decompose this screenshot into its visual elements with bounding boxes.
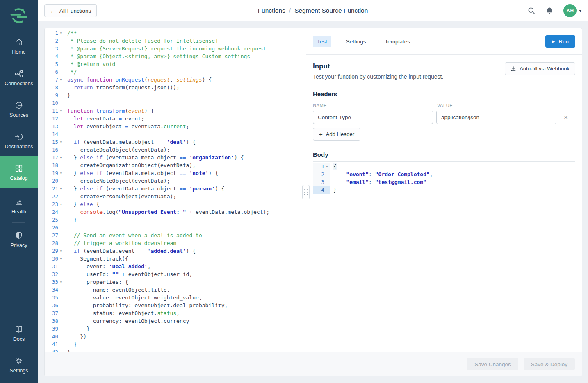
- gutter: 3: [45, 45, 64, 52]
- tab-templates[interactable]: Templates: [381, 36, 415, 47]
- code-line[interactable]: 4 * @param {Object.<string, any>} settin…: [45, 52, 306, 60]
- code-line[interactable]: 39 }: [45, 325, 306, 333]
- avatar[interactable]: KH: [563, 4, 577, 17]
- code-text: }: [64, 348, 71, 352]
- code-line[interactable]: 21▾ } else if (eventData.meta.object == …: [45, 185, 306, 193]
- gutter: 16: [45, 146, 64, 154]
- fold-arrow-icon[interactable]: ▾: [58, 107, 64, 115]
- search-button[interactable]: [527, 7, 536, 15]
- code-line[interactable]: 13 let eventObject = eventData.current;: [45, 122, 306, 130]
- divider-drag-handle-icon[interactable]: [302, 185, 310, 199]
- code-line[interactable]: 10: [45, 99, 306, 107]
- code-line[interactable]: 37 status: eventObject.status,: [45, 309, 306, 317]
- code-line[interactable]: 8 return transform(request.json());: [45, 84, 306, 91]
- sidebar-item-destinations[interactable]: Destinations: [0, 125, 38, 156]
- run-button[interactable]: ▶ Run: [545, 35, 575, 48]
- header-name-input[interactable]: [313, 111, 433, 124]
- code-line[interactable]: 20 createNoteObject(eventData);: [45, 177, 306, 185]
- code-line[interactable]: 12 let eventData = event;: [45, 115, 306, 122]
- notifications-button[interactable]: [545, 7, 554, 15]
- code-line[interactable]: 6 */: [45, 68, 306, 76]
- header-value-input[interactable]: [436, 111, 556, 124]
- code-line[interactable]: 23▾ } else {: [45, 200, 306, 208]
- chevron-down-icon[interactable]: ▾: [579, 8, 581, 14]
- sidebar-item-health[interactable]: Health: [0, 190, 38, 222]
- fold-arrow-icon[interactable]: ▾: [58, 247, 64, 255]
- sidebar-item-catalog[interactable]: Catalog: [0, 156, 38, 188]
- code-line[interactable]: 1▾/**: [45, 29, 306, 37]
- headers-title: Headers: [313, 91, 575, 97]
- fold-arrow-icon[interactable]: ▾: [58, 154, 64, 161]
- input-subtitle: Test your function by customizing the in…: [313, 73, 443, 80]
- code-line[interactable]: 41 }: [45, 340, 306, 348]
- code-line[interactable]: 27 // Send an event when a deal is added…: [45, 231, 306, 239]
- segment-logo[interactable]: [0, 0, 38, 30]
- account-menu[interactable]: KH ▾: [563, 4, 581, 17]
- sidebar-item-settings[interactable]: Settings: [0, 349, 38, 381]
- code-line[interactable]: 26: [45, 224, 306, 231]
- line-number: 20: [45, 177, 58, 185]
- sources-icon: [14, 101, 23, 110]
- fold-arrow-icon[interactable]: ▾: [58, 255, 64, 263]
- sidebar-item-connections[interactable]: Connections: [0, 62, 38, 93]
- save-changes-button[interactable]: Save Changes: [467, 358, 518, 370]
- code-line[interactable]: 31 event: 'Deal Added',: [45, 263, 306, 270]
- code-line[interactable]: 14: [45, 130, 306, 138]
- gutter: 6: [45, 68, 64, 76]
- fold-arrow-icon[interactable]: ▾: [58, 169, 64, 177]
- code-line[interactable]: 7▾async function onRequest(request, sett…: [45, 76, 306, 84]
- home-icon: [14, 38, 23, 47]
- code-line[interactable]: 2 * Please do not delete [used for Intel…: [45, 37, 306, 45]
- code-line[interactable]: 4}: [313, 186, 575, 194]
- code-line[interactable]: 42}: [45, 348, 306, 352]
- tab-settings[interactable]: Settings: [342, 36, 370, 47]
- code-line[interactable]: 5 * @return void: [45, 60, 306, 68]
- sidebar-item-sources[interactable]: Sources: [0, 93, 38, 125]
- sidebar-item-privacy[interactable]: Privacy: [0, 224, 38, 255]
- function-code-editor[interactable]: 1▾/**2 * Please do not delete [used for …: [45, 28, 306, 352]
- code-line[interactable]: 40 }): [45, 333, 306, 340]
- fold-arrow-icon[interactable]: ▾: [58, 29, 64, 37]
- code-line[interactable]: 34 name: eventObject.title,: [45, 286, 306, 294]
- remove-header-button[interactable]: ✕: [556, 114, 575, 121]
- tab-test[interactable]: Test: [313, 36, 331, 47]
- code-line[interactable]: 1▾{: [313, 163, 575, 170]
- fold-arrow-icon[interactable]: ▾: [58, 76, 64, 84]
- code-line[interactable]: 33▾ properties: {: [45, 278, 306, 286]
- sidebar-item-home[interactable]: Home: [0, 30, 38, 62]
- code-line[interactable]: 3 * @param {ServerRequest} request The i…: [45, 45, 306, 52]
- breadcrumb-parent[interactable]: Functions: [258, 7, 285, 14]
- code-line[interactable]: 28 // trigger a workflow downstream: [45, 239, 306, 247]
- sidebar-item-docs[interactable]: Docs: [0, 317, 38, 349]
- fold-arrow-icon[interactable]: ▾: [58, 185, 64, 193]
- code-line[interactable]: 3 "email": "test@gmail.com": [313, 178, 575, 186]
- code-line[interactable]: 36 probability: eventObject.deal_probabi…: [45, 301, 306, 309]
- code-line[interactable]: 22 createPersonObject(eventData);: [45, 193, 306, 200]
- all-functions-back-button[interactable]: ← All Functions: [44, 4, 97, 17]
- request-body-editor[interactable]: 1▾{2 "event": "Order Completed",3 "email…: [313, 161, 575, 260]
- line-number: 42: [45, 348, 58, 352]
- code-line[interactable]: 35 value: eventObject.weighted_value,: [45, 294, 306, 301]
- fold-arrow-icon[interactable]: ▾: [58, 200, 64, 208]
- code-line[interactable]: 15▾ if (eventData.meta.object == 'deal')…: [45, 138, 306, 146]
- fold-arrow-icon[interactable]: ▾: [324, 163, 330, 170]
- code-line[interactable]: 18 createOrganizationObject(eventData);: [45, 161, 306, 169]
- code-line[interactable]: 19▾ } else if (eventData.meta.object == …: [45, 169, 306, 177]
- fold-arrow-icon[interactable]: ▾: [58, 278, 64, 286]
- code-line[interactable]: 11▾function transform(event) {: [45, 107, 306, 115]
- add-header-button[interactable]: + Add Header: [313, 128, 360, 141]
- code-text: [64, 224, 67, 231]
- autofill-webhook-button[interactable]: Auto-fill via Webhook: [505, 62, 575, 75]
- code-line[interactable]: 24 console.log("Unsupported Event: " + e…: [45, 208, 306, 216]
- fold-arrow-icon[interactable]: ▾: [58, 138, 64, 146]
- code-line[interactable]: 2 "event": "Order Completed",: [313, 170, 575, 178]
- code-line[interactable]: 32 userId: "" + eventObject.user_id,: [45, 270, 306, 278]
- code-line[interactable]: 16 createDealObject(eventData);: [45, 146, 306, 154]
- code-line[interactable]: 38 currency: eventObject.currency: [45, 317, 306, 325]
- save-deploy-button[interactable]: Save & Deploy: [524, 358, 575, 370]
- code-line[interactable]: 29▾ if (eventData.event == 'added.deal')…: [45, 247, 306, 255]
- code-line[interactable]: 17▾ } else if (eventData.meta.object == …: [45, 154, 306, 161]
- code-line[interactable]: 30▾ Segment.track({: [45, 255, 306, 263]
- code-line[interactable]: 9}: [45, 91, 306, 99]
- code-line[interactable]: 25 }: [45, 216, 306, 224]
